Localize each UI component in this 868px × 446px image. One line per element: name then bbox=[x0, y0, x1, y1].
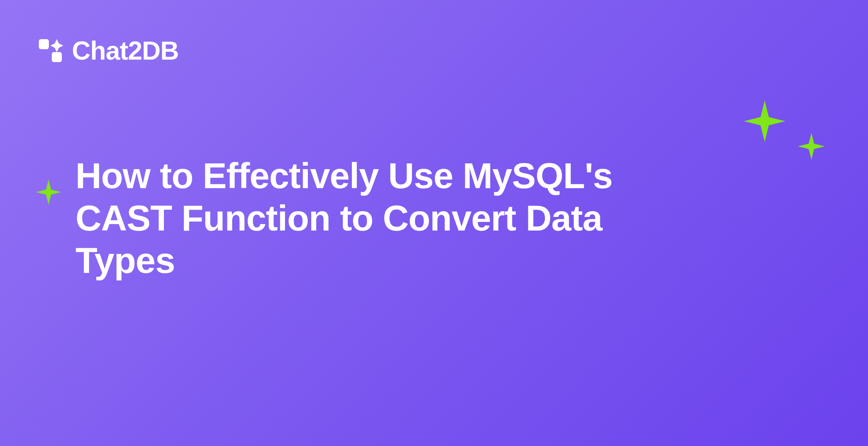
svg-rect-1 bbox=[52, 52, 62, 62]
logo-icon bbox=[36, 36, 65, 65]
sparkle-icon bbox=[798, 133, 825, 160]
svg-rect-0 bbox=[39, 39, 49, 49]
logo-container: Chat2DB bbox=[36, 36, 179, 65]
logo-text: Chat2DB bbox=[72, 36, 179, 65]
page-title: How to Effectively Use MySQL's CAST Func… bbox=[75, 154, 651, 282]
sparkle-icon bbox=[744, 101, 785, 142]
sparkle-icon bbox=[36, 180, 61, 205]
